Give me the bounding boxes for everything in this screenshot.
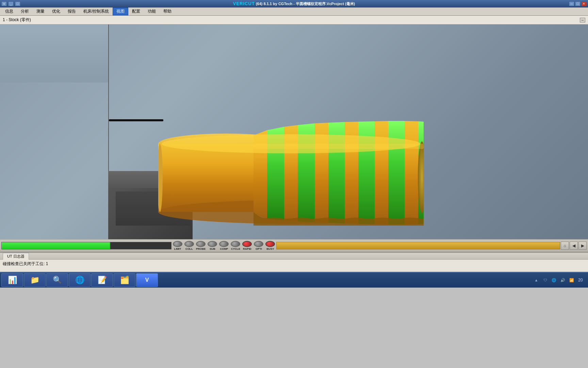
excel-icon: 📊 [8, 276, 17, 285]
comp-label: COMP [220, 247, 228, 250]
busy-light [265, 241, 275, 247]
menu-function[interactable]: 功能 [144, 7, 160, 15]
rapid-light [242, 241, 252, 247]
taskbar-browser[interactable]: 🌐 [69, 273, 91, 287]
menu-report[interactable]: 报告 [64, 7, 80, 15]
top-panel-area [0, 25, 108, 82]
progress-fill [2, 242, 111, 249]
sub-indicator[interactable]: SUB [208, 241, 217, 250]
taskbar-vericut[interactable]: V [136, 273, 158, 287]
title-text: VERICUT (64) 8.1.1 by CGTech - 半圆槽螺纹宏程序.… [233, 1, 355, 6]
menu-bar: 信息 分析 测量 优化 报告 机床/控制系统 视图 配置 功能 帮助 [0, 7, 588, 16]
busy-indicator[interactable]: BUSY [265, 241, 275, 250]
taskbar-word[interactable]: 📝 [91, 273, 113, 287]
control-bar: LIMIT COLL PROBE SUB COMP CYCLE RAPID OP… [0, 239, 588, 252]
coll-label: COLL [185, 247, 193, 250]
limit-label: LIMIT [174, 247, 181, 250]
coll-light [184, 241, 194, 247]
browser-icon: 🌐 [75, 276, 84, 285]
viewport [0, 25, 588, 239]
svg-marker-14 [405, 121, 418, 225]
tray-time: 20 [577, 277, 584, 283]
coll-indicator[interactable]: COLL [184, 241, 194, 250]
svg-marker-13 [388, 121, 405, 225]
rapid-indicator[interactable]: RAPID [242, 241, 252, 250]
nav-home-btn[interactable]: ⌂ [561, 242, 569, 250]
log-header: UT 日志器 [0, 253, 588, 260]
taskbar-file[interactable]: 🗂️ [114, 273, 135, 287]
taskbar-search[interactable]: 🔍 [46, 273, 68, 287]
menu-help[interactable]: 帮助 [160, 7, 175, 15]
title-bar: V _ □ VERICUT (64) 8.1.1 by CGTech - 半圆槽… [0, 0, 588, 7]
cycle-label: CYCLE [231, 247, 240, 250]
title-right-controls: ─ □ ✕ [569, 1, 587, 6]
svg-marker-12 [375, 121, 388, 225]
nav-forward-btn[interactable]: ▶ [578, 242, 587, 250]
menu-machine[interactable]: 机床/控制系统 [80, 7, 113, 15]
app-logo: VERICUT [233, 1, 255, 6]
comp-light [219, 241, 229, 247]
menu-analysis[interactable]: 分析 [17, 7, 33, 15]
log-tab[interactable]: UT 日志器 [3, 253, 29, 260]
folder-icon: 📁 [30, 276, 39, 285]
opti-label: OPTI [256, 247, 262, 250]
panel-minimize-btn[interactable]: ─ [580, 18, 585, 22]
progress-bar[interactable] [1, 242, 172, 249]
probe-indicator[interactable]: PROBE [196, 241, 206, 250]
comp-indicator[interactable]: COMP [219, 241, 229, 250]
tray-icon-2[interactable]: 🌐 [551, 277, 557, 283]
word-icon: 📝 [98, 276, 107, 285]
opti-indicator[interactable]: OPTI [254, 241, 263, 250]
maximize-btn[interactable]: □ [15, 1, 20, 6]
version-info: (64) 8.1.1 by CGTech - 半圆槽螺纹宏程序.VcProjec… [256, 2, 355, 6]
workpiece-svg [158, 103, 424, 232]
svg-rect-18 [254, 144, 424, 149]
menu-info[interactable]: 信息 [1, 7, 17, 15]
probe-light [196, 241, 206, 247]
log-content: 碰撞检查已关闭于工位: 1 [0, 260, 588, 268]
taskbar-excel[interactable]: 📊 [1, 273, 23, 287]
log-panel: UT 日志器 碰撞检查已关闭于工位: 1 [0, 252, 588, 272]
breadcrumb: 1 - Stock (零件) [3, 17, 31, 23]
menu-config[interactable]: 配置 [128, 7, 144, 15]
progress-marker [110, 242, 111, 249]
minimize-btn[interactable]: _ [8, 1, 14, 6]
win-maximize-btn[interactable]: □ [575, 1, 581, 6]
tray-icon-1[interactable]: 🛡 [542, 277, 549, 283]
search-icon: 🔍 [53, 276, 62, 285]
cycle-light [231, 241, 240, 247]
speed-fill [277, 242, 560, 249]
rapid-label: RAPID [243, 247, 251, 250]
sub-label: SUB [210, 247, 215, 250]
tray-arrow-up[interactable]: ▲ [533, 277, 540, 283]
sub-light [208, 241, 217, 247]
speed-bar [276, 242, 560, 249]
sub-header: 1 - Stock (零件) ─ [0, 16, 588, 25]
limit-indicator[interactable]: LIMIT [173, 241, 182, 250]
win-minimize-btn[interactable]: ─ [569, 1, 574, 6]
nav-back-btn[interactable]: ◀ [570, 242, 578, 250]
file-icon: 🗂️ [120, 276, 129, 285]
win-close-btn[interactable]: ✕ [581, 1, 587, 6]
tray-icon-3[interactable]: 🔊 [559, 277, 566, 283]
cutting-tool [109, 119, 163, 121]
vericut-app-icon: V [145, 277, 149, 283]
cycle-indicator[interactable]: CYCLE [231, 241, 240, 250]
sub-header-right: ─ [580, 18, 585, 22]
busy-label: BUSY [266, 247, 274, 250]
menu-optimize[interactable]: 优化 [48, 7, 64, 15]
limit-light [173, 241, 182, 247]
menu-view[interactable]: 视图 [113, 7, 128, 15]
system-tray: ▲ 🛡 🌐 🔊 📶 20 [533, 277, 587, 283]
opti-light [254, 241, 263, 247]
app-icon-btn[interactable]: V [1, 1, 7, 6]
menu-measure[interactable]: 测量 [33, 7, 48, 15]
taskbar: 📊 📁 🔍 🌐 📝 🗂️ V ▲ 🛡 🌐 🔊 📶 20 [0, 272, 588, 288]
title-left: V _ □ [1, 1, 20, 6]
taskbar-folder[interactable]: 📁 [24, 273, 46, 287]
tray-icon-4[interactable]: 📶 [568, 277, 575, 283]
workpiece-3d [158, 103, 424, 232]
probe-label: PROBE [196, 247, 206, 250]
